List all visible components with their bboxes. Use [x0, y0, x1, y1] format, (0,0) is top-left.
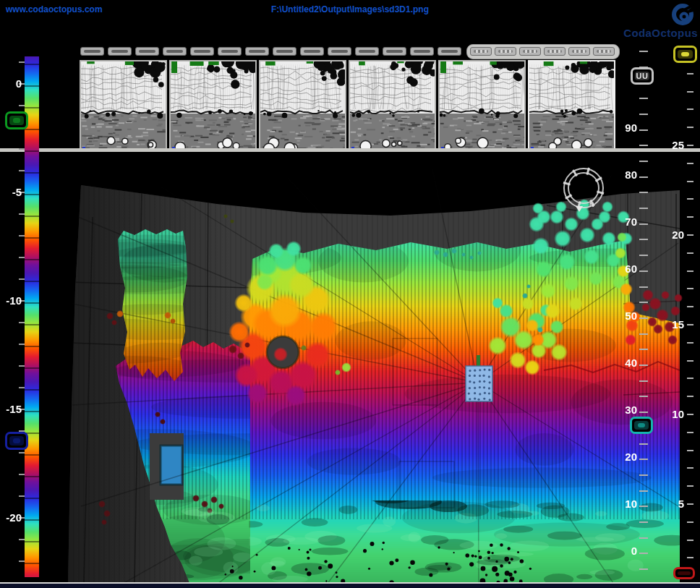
marker-gray-uu[interactable]: UU — [631, 67, 654, 85]
depth-color-scale: 0-5-10-15-20 — [25, 56, 39, 577]
ruler-outer-tick — [687, 540, 693, 541]
ruler-inner-tick — [639, 129, 648, 131]
ruler-inner-tick — [639, 365, 648, 366]
frame-button[interactable] — [410, 47, 434, 56]
ruler-outer-tick — [687, 252, 693, 254]
marker-green-left[interactable] — [5, 111, 28, 129]
ruler-outer-tick — [687, 163, 693, 164]
frame-button[interactable] — [355, 47, 379, 56]
frame-button[interactable] — [383, 47, 406, 56]
colorbar-tick — [25, 324, 39, 325]
sonar-thumbnail[interactable] — [528, 60, 615, 152]
ruler-inner-tick — [639, 490, 648, 492]
colorbar-depth-label: 0 — [3, 77, 22, 90]
marker-red-bottom[interactable] — [673, 567, 695, 579]
website-link[interactable]: www.codaoctopus.com — [6, 4, 103, 14]
ruler-outer-label: 10 — [662, 408, 684, 420]
colorbar-tick — [25, 541, 39, 542]
frame-button[interactable] — [328, 47, 351, 56]
compass-rotation-widget[interactable]: N — [560, 165, 607, 213]
frame-button[interactable] — [108, 47, 132, 56]
ruler-inner-tick — [639, 270, 648, 272]
colorbar-depth-label: -15 — [3, 403, 22, 415]
ruler-outer-tick — [687, 342, 693, 344]
frame-button[interactable] — [300, 47, 324, 56]
colorbar-tick — [25, 85, 39, 87]
ruler-outer-tick — [687, 450, 693, 451]
sonar-3d-view-canvas[interactable] — [0, 153, 700, 582]
ruler-inner-tick — [639, 537, 648, 539]
ruler-inner-tick — [639, 145, 648, 146]
frame-button-selected[interactable] — [470, 47, 492, 56]
sonar-thumbnail-image — [350, 61, 435, 150]
frame-button[interactable] — [163, 47, 187, 56]
colorbar-tick-stub — [19, 61, 25, 63]
frame-button[interactable] — [245, 47, 269, 56]
ruler-inner-tick — [639, 176, 648, 178]
marker-navy-left[interactable] — [5, 432, 28, 450]
colorbar-tick-stub — [19, 452, 25, 453]
ruler-outer-tick — [687, 306, 693, 307]
sonar-thumbnail[interactable] — [169, 60, 257, 152]
ruler-outer-tick — [687, 216, 693, 218]
colorbar-tick — [25, 237, 39, 239]
ruler-outer-tick — [687, 396, 693, 397]
ruler-inner-tick — [639, 506, 648, 507]
sonar-thumbnail-image — [81, 61, 166, 150]
colorbar-tick — [25, 129, 39, 130]
colorbar-tick — [25, 411, 39, 412]
compass-north-pointer-icon — [576, 206, 583, 212]
marker-teal-right[interactable] — [630, 417, 653, 434]
frame-button-selected[interactable] — [544, 47, 565, 56]
marker-red-bottom-inner — [678, 571, 691, 575]
ruler-inner-tick — [639, 51, 648, 52]
frame-button-selected[interactable] — [495, 47, 516, 56]
brand-name: CodaOctopus — [623, 27, 698, 39]
sonar-thumbnail[interactable] — [349, 60, 436, 152]
frame-button-selected[interactable] — [568, 47, 590, 56]
colorbar-tick — [25, 194, 39, 195]
ruler-inner-tick — [639, 412, 648, 413]
ruler-outer-tick — [687, 360, 693, 362]
sonar-thumbnail[interactable] — [259, 60, 346, 152]
ruler-inner-tick — [639, 223, 648, 225]
frame-button[interactable] — [135, 47, 159, 56]
ruler-outer-tick — [687, 288, 693, 289]
marker-yellow-right[interactable] — [673, 46, 697, 63]
ruler-inner-tick — [639, 192, 648, 193]
sonar-thumbnail[interactable] — [438, 60, 526, 152]
ruler-inner-tick — [639, 443, 648, 445]
ruler-outer-tick — [687, 467, 693, 469]
colorbar-tick — [25, 150, 39, 152]
ruler-outer-label: 25 — [662, 139, 684, 151]
codaoctopus-logo-icon — [669, 1, 696, 28]
colorbar-tick-stub — [19, 278, 25, 280]
colorbar-tick — [25, 498, 39, 499]
frame-button-selected[interactable] — [593, 47, 615, 56]
ruler-outer-tick — [687, 557, 693, 558]
bottom-status-strip — [0, 584, 700, 588]
ruler-inner-tick — [639, 459, 648, 460]
ruler-inner-label: 60 — [615, 263, 637, 275]
ruler-outer-tick — [687, 108, 693, 110]
sonar-thumbnail-image — [529, 61, 614, 150]
frame-button[interactable] — [273, 47, 296, 56]
ruler-inner-tick — [639, 286, 648, 288]
frame-button[interactable] — [438, 47, 461, 56]
colorbar-tick — [25, 172, 39, 174]
frame-button-selected[interactable] — [519, 47, 541, 56]
frame-button[interactable] — [190, 47, 214, 56]
colorbar-tick-stub — [19, 322, 25, 323]
ruler-outer-tick — [687, 432, 693, 433]
ruler-outer-label: 5 — [662, 498, 684, 510]
sonar-thumbnail[interactable] — [80, 60, 167, 152]
ruler-inner-label: 90 — [615, 122, 637, 134]
ruler-inner-label: 80 — [615, 169, 637, 181]
ruler-outer-tick — [687, 127, 693, 128]
ruler-outer-tick — [687, 521, 693, 523]
compass-north-label: N — [589, 201, 594, 208]
frame-button[interactable] — [218, 47, 242, 56]
colorbar-tick-stub — [19, 170, 25, 171]
frame-button[interactable] — [80, 47, 104, 56]
ruler-inner-tick — [639, 380, 648, 382]
